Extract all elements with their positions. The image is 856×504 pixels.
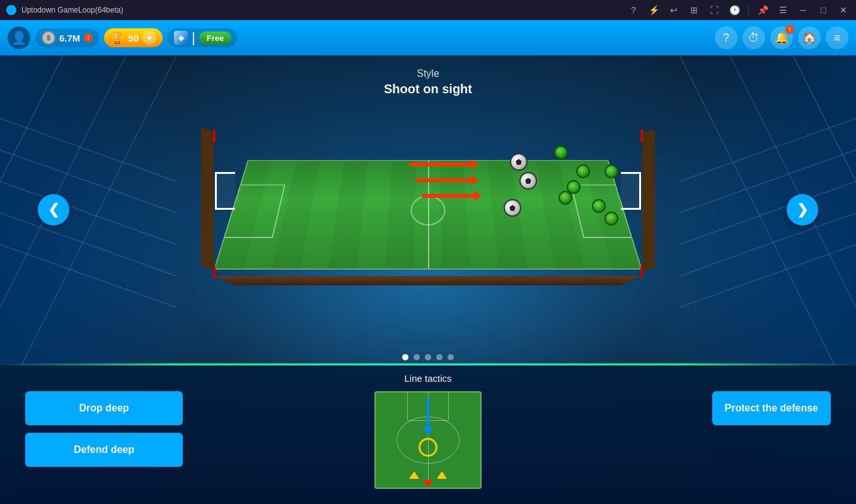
svg-line-9 xyxy=(680,213,856,276)
svg-line-15 xyxy=(680,55,856,408)
svg-line-0 xyxy=(0,181,176,244)
trophy-icon: 🏆 xyxy=(110,31,124,45)
bell-badge: ! xyxy=(785,25,794,34)
ball-2 xyxy=(519,172,537,190)
menu-icon: ≡ xyxy=(834,32,841,45)
style-label: Style xyxy=(384,68,472,79)
nav-right-button[interactable]: ❯ xyxy=(787,194,818,226)
dot-2[interactable] xyxy=(414,354,420,360)
svg-line-3 xyxy=(0,150,176,213)
add-trophy-button[interactable]: + xyxy=(142,31,156,45)
ball-3 xyxy=(504,199,521,217)
hamburger-icon[interactable]: ☰ xyxy=(777,4,789,16)
protect-defense-button[interactable]: Protect the defense xyxy=(712,391,831,425)
player-1 xyxy=(554,146,568,159)
center-diagram xyxy=(374,391,482,489)
minimize-button[interactable]: ─ xyxy=(797,4,809,16)
tactics-content: Drop deep Defend deep xyxy=(0,391,856,489)
carousel-dots xyxy=(402,354,454,360)
svg-line-1 xyxy=(0,213,176,276)
app-title: Uptodown GameLoop(64beta) xyxy=(21,6,627,14)
tactics-area: Line tactics Drop deep Defend deep xyxy=(0,365,856,504)
restore-button[interactable]: □ xyxy=(817,4,830,16)
corner-flag-bl xyxy=(213,266,216,278)
back-icon[interactable]: ↩ xyxy=(668,4,680,16)
style-section: Style Shoot on sight xyxy=(384,68,472,96)
ball-1 xyxy=(510,153,528,171)
left-tactics: Drop deep Defend deep xyxy=(25,391,183,467)
corner-flag-tr xyxy=(640,130,643,142)
free-button[interactable]: Free xyxy=(199,32,231,45)
dot-5[interactable] xyxy=(448,354,454,360)
close-button[interactable]: ✕ xyxy=(837,4,850,16)
corner-flag-tl xyxy=(213,130,216,142)
svg-line-13 xyxy=(793,55,856,181)
help-titlebar-icon[interactable]: ? xyxy=(627,4,640,16)
player-7 xyxy=(604,212,618,226)
right-tactics: Protect the defense xyxy=(673,391,831,425)
coin-alert: ! xyxy=(84,33,93,42)
field-side-left xyxy=(201,128,214,270)
svg-line-5 xyxy=(0,55,63,181)
coin-icon: $ xyxy=(42,31,55,45)
player-5 xyxy=(558,191,572,205)
main-area: Style Shoot on sight xyxy=(0,55,856,504)
right-chevron-icon: ❯ xyxy=(797,202,808,218)
nav-bar: 👤 $ 6.7M ! 🏆 50 + ◆ | Free ? ⏱ 🔔 ! 🏠 ≡ xyxy=(0,20,856,55)
pin-icon[interactable]: 📌 xyxy=(756,4,769,16)
home-icon: 🏠 xyxy=(802,31,816,45)
help-icon: ? xyxy=(723,32,729,45)
dot-1[interactable] xyxy=(402,354,408,360)
defend-deep-button[interactable]: Defend deep xyxy=(25,433,183,467)
gem-progress: | xyxy=(192,31,195,45)
clock-icon: ⏱ xyxy=(748,32,760,45)
bell-button[interactable]: 🔔 ! xyxy=(770,26,793,49)
dot-3[interactable] xyxy=(425,354,431,360)
player-2 xyxy=(576,164,590,178)
player-3 xyxy=(604,164,618,178)
coin-badge[interactable]: $ 6.7M ! xyxy=(35,28,99,47)
field-side-right xyxy=(642,129,655,271)
svg-line-6 xyxy=(0,55,126,307)
help-button[interactable]: ? xyxy=(715,26,737,49)
goal-right xyxy=(621,172,641,210)
coin-value: 6.7M xyxy=(59,33,80,43)
goal-left xyxy=(215,172,235,210)
svg-line-8 xyxy=(680,181,856,244)
svg-line-7 xyxy=(0,55,176,408)
drop-deep-button[interactable]: Drop deep xyxy=(25,391,183,425)
app-icon xyxy=(6,5,16,15)
gem-badge[interactable]: ◆ | Free xyxy=(168,28,238,47)
gem-icon: ◆ xyxy=(174,31,188,45)
fullscreen-icon[interactable]: ⛶ xyxy=(708,4,720,16)
trophy-value: 50 xyxy=(128,33,139,43)
avatar[interactable]: 👤 xyxy=(8,26,30,49)
svg-line-14 xyxy=(730,55,856,307)
trophy-badge[interactable]: 🏆 50 + xyxy=(104,28,163,47)
grid-icon[interactable]: ⊞ xyxy=(688,4,700,16)
corner-flag-br xyxy=(640,266,643,278)
tactics-title: Line tactics xyxy=(0,365,856,384)
svg-line-11 xyxy=(680,150,856,213)
window-controls: ? ⚡ ↩ ⊞ ⛶ 🕐 📌 ☰ ─ □ ✕ xyxy=(627,4,850,16)
menu-button[interactable]: ≡ xyxy=(826,26,848,49)
tactics-field xyxy=(374,391,482,489)
nav-left-button[interactable]: ❮ xyxy=(38,194,69,226)
clock-button[interactable]: ⏱ xyxy=(743,26,765,49)
lightning-icon[interactable]: ⚡ xyxy=(647,4,660,16)
field-3d xyxy=(176,106,680,307)
dot-4[interactable] xyxy=(436,354,442,360)
clock-titlebar-icon[interactable]: 🕐 xyxy=(728,4,741,16)
player-6 xyxy=(592,199,606,213)
left-chevron-icon: ❮ xyxy=(48,202,59,218)
home-button[interactable]: 🏠 xyxy=(798,26,821,49)
field-container xyxy=(176,106,680,307)
field-bottom xyxy=(214,276,642,285)
title-bar: Uptodown GameLoop(64beta) ? ⚡ ↩ ⊞ ⛶ 🕐 📌 … xyxy=(0,0,856,20)
style-value: Shoot on sight xyxy=(384,82,472,96)
